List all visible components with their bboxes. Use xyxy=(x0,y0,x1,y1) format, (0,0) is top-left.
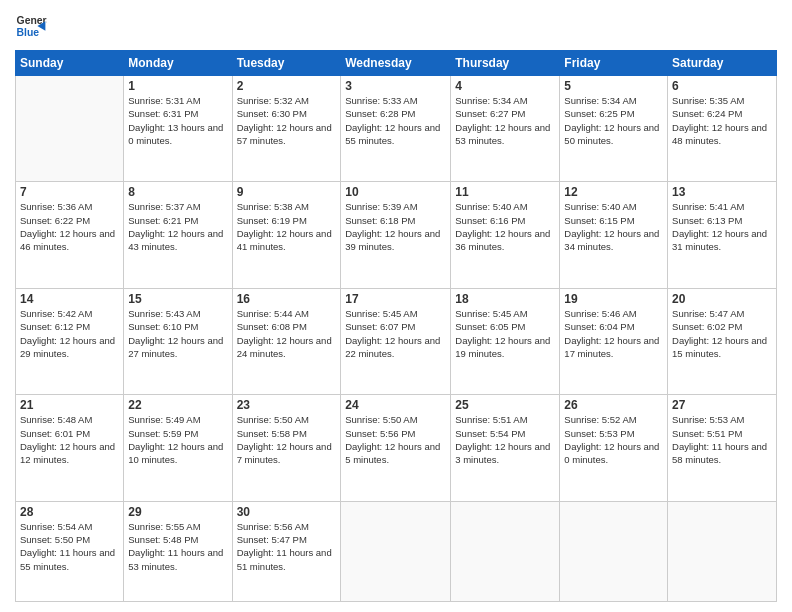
day-info: Sunrise: 5:55 AMSunset: 5:48 PMDaylight:… xyxy=(128,520,227,573)
calendar-table: SundayMondayTuesdayWednesdayThursdayFrid… xyxy=(15,50,777,602)
day-number: 18 xyxy=(455,292,555,306)
day-number: 5 xyxy=(564,79,663,93)
day-number: 13 xyxy=(672,185,772,199)
weekday-header-thursday: Thursday xyxy=(451,51,560,76)
day-number: 26 xyxy=(564,398,663,412)
day-number: 10 xyxy=(345,185,446,199)
logo: General Blue xyxy=(15,10,47,42)
day-number: 11 xyxy=(455,185,555,199)
day-info: Sunrise: 5:48 AMSunset: 6:01 PMDaylight:… xyxy=(20,413,119,466)
day-info: Sunrise: 5:34 AMSunset: 6:27 PMDaylight:… xyxy=(455,94,555,147)
day-number: 14 xyxy=(20,292,119,306)
day-number: 7 xyxy=(20,185,119,199)
week-row-5: 28Sunrise: 5:54 AMSunset: 5:50 PMDayligh… xyxy=(16,501,777,601)
weekday-header-sunday: Sunday xyxy=(16,51,124,76)
day-info: Sunrise: 5:50 AMSunset: 5:58 PMDaylight:… xyxy=(237,413,337,466)
day-info: Sunrise: 5:50 AMSunset: 5:56 PMDaylight:… xyxy=(345,413,446,466)
day-number: 15 xyxy=(128,292,227,306)
weekday-header-tuesday: Tuesday xyxy=(232,51,341,76)
day-info: Sunrise: 5:53 AMSunset: 5:51 PMDaylight:… xyxy=(672,413,772,466)
weekday-header-monday: Monday xyxy=(124,51,232,76)
day-cell xyxy=(341,501,451,601)
week-row-4: 21Sunrise: 5:48 AMSunset: 6:01 PMDayligh… xyxy=(16,395,777,501)
day-cell: 20Sunrise: 5:47 AMSunset: 6:02 PMDayligh… xyxy=(668,288,777,394)
day-number: 1 xyxy=(128,79,227,93)
day-cell: 9Sunrise: 5:38 AMSunset: 6:19 PMDaylight… xyxy=(232,182,341,288)
weekday-header-saturday: Saturday xyxy=(668,51,777,76)
day-info: Sunrise: 5:47 AMSunset: 6:02 PMDaylight:… xyxy=(672,307,772,360)
day-info: Sunrise: 5:40 AMSunset: 6:15 PMDaylight:… xyxy=(564,200,663,253)
day-info: Sunrise: 5:45 AMSunset: 6:05 PMDaylight:… xyxy=(455,307,555,360)
day-number: 23 xyxy=(237,398,337,412)
day-cell: 27Sunrise: 5:53 AMSunset: 5:51 PMDayligh… xyxy=(668,395,777,501)
day-cell: 4Sunrise: 5:34 AMSunset: 6:27 PMDaylight… xyxy=(451,76,560,182)
week-row-3: 14Sunrise: 5:42 AMSunset: 6:12 PMDayligh… xyxy=(16,288,777,394)
day-info: Sunrise: 5:56 AMSunset: 5:47 PMDaylight:… xyxy=(237,520,337,573)
day-number: 9 xyxy=(237,185,337,199)
day-cell: 5Sunrise: 5:34 AMSunset: 6:25 PMDaylight… xyxy=(560,76,668,182)
logo-icon: General Blue xyxy=(15,10,47,42)
header: General Blue xyxy=(15,10,777,42)
day-cell: 30Sunrise: 5:56 AMSunset: 5:47 PMDayligh… xyxy=(232,501,341,601)
day-info: Sunrise: 5:42 AMSunset: 6:12 PMDaylight:… xyxy=(20,307,119,360)
weekday-header-row: SundayMondayTuesdayWednesdayThursdayFrid… xyxy=(16,51,777,76)
day-info: Sunrise: 5:52 AMSunset: 5:53 PMDaylight:… xyxy=(564,413,663,466)
day-number: 22 xyxy=(128,398,227,412)
day-cell: 26Sunrise: 5:52 AMSunset: 5:53 PMDayligh… xyxy=(560,395,668,501)
day-info: Sunrise: 5:31 AMSunset: 6:31 PMDaylight:… xyxy=(128,94,227,147)
week-row-1: 1Sunrise: 5:31 AMSunset: 6:31 PMDaylight… xyxy=(16,76,777,182)
day-info: Sunrise: 5:39 AMSunset: 6:18 PMDaylight:… xyxy=(345,200,446,253)
day-cell: 23Sunrise: 5:50 AMSunset: 5:58 PMDayligh… xyxy=(232,395,341,501)
day-cell xyxy=(668,501,777,601)
day-cell: 21Sunrise: 5:48 AMSunset: 6:01 PMDayligh… xyxy=(16,395,124,501)
week-row-2: 7Sunrise: 5:36 AMSunset: 6:22 PMDaylight… xyxy=(16,182,777,288)
day-info: Sunrise: 5:40 AMSunset: 6:16 PMDaylight:… xyxy=(455,200,555,253)
day-cell: 6Sunrise: 5:35 AMSunset: 6:24 PMDaylight… xyxy=(668,76,777,182)
weekday-header-friday: Friday xyxy=(560,51,668,76)
day-number: 25 xyxy=(455,398,555,412)
day-cell: 22Sunrise: 5:49 AMSunset: 5:59 PMDayligh… xyxy=(124,395,232,501)
day-cell: 29Sunrise: 5:55 AMSunset: 5:48 PMDayligh… xyxy=(124,501,232,601)
day-cell xyxy=(560,501,668,601)
day-info: Sunrise: 5:44 AMSunset: 6:08 PMDaylight:… xyxy=(237,307,337,360)
day-cell: 16Sunrise: 5:44 AMSunset: 6:08 PMDayligh… xyxy=(232,288,341,394)
day-cell: 3Sunrise: 5:33 AMSunset: 6:28 PMDaylight… xyxy=(341,76,451,182)
weekday-header-wednesday: Wednesday xyxy=(341,51,451,76)
day-info: Sunrise: 5:49 AMSunset: 5:59 PMDaylight:… xyxy=(128,413,227,466)
day-cell xyxy=(451,501,560,601)
day-cell xyxy=(16,76,124,182)
day-number: 4 xyxy=(455,79,555,93)
day-info: Sunrise: 5:32 AMSunset: 6:30 PMDaylight:… xyxy=(237,94,337,147)
day-cell: 13Sunrise: 5:41 AMSunset: 6:13 PMDayligh… xyxy=(668,182,777,288)
day-info: Sunrise: 5:54 AMSunset: 5:50 PMDaylight:… xyxy=(20,520,119,573)
day-cell: 25Sunrise: 5:51 AMSunset: 5:54 PMDayligh… xyxy=(451,395,560,501)
day-cell: 15Sunrise: 5:43 AMSunset: 6:10 PMDayligh… xyxy=(124,288,232,394)
day-number: 24 xyxy=(345,398,446,412)
day-info: Sunrise: 5:36 AMSunset: 6:22 PMDaylight:… xyxy=(20,200,119,253)
day-number: 3 xyxy=(345,79,446,93)
svg-text:Blue: Blue xyxy=(17,27,40,38)
day-info: Sunrise: 5:38 AMSunset: 6:19 PMDaylight:… xyxy=(237,200,337,253)
day-info: Sunrise: 5:51 AMSunset: 5:54 PMDaylight:… xyxy=(455,413,555,466)
day-number: 29 xyxy=(128,505,227,519)
day-cell: 28Sunrise: 5:54 AMSunset: 5:50 PMDayligh… xyxy=(16,501,124,601)
day-info: Sunrise: 5:46 AMSunset: 6:04 PMDaylight:… xyxy=(564,307,663,360)
day-info: Sunrise: 5:43 AMSunset: 6:10 PMDaylight:… xyxy=(128,307,227,360)
day-number: 19 xyxy=(564,292,663,306)
day-cell: 17Sunrise: 5:45 AMSunset: 6:07 PMDayligh… xyxy=(341,288,451,394)
day-cell: 7Sunrise: 5:36 AMSunset: 6:22 PMDaylight… xyxy=(16,182,124,288)
day-cell: 10Sunrise: 5:39 AMSunset: 6:18 PMDayligh… xyxy=(341,182,451,288)
day-number: 28 xyxy=(20,505,119,519)
day-info: Sunrise: 5:41 AMSunset: 6:13 PMDaylight:… xyxy=(672,200,772,253)
day-cell: 11Sunrise: 5:40 AMSunset: 6:16 PMDayligh… xyxy=(451,182,560,288)
day-cell: 2Sunrise: 5:32 AMSunset: 6:30 PMDaylight… xyxy=(232,76,341,182)
day-number: 30 xyxy=(237,505,337,519)
day-number: 6 xyxy=(672,79,772,93)
day-cell: 24Sunrise: 5:50 AMSunset: 5:56 PMDayligh… xyxy=(341,395,451,501)
day-number: 17 xyxy=(345,292,446,306)
day-cell: 8Sunrise: 5:37 AMSunset: 6:21 PMDaylight… xyxy=(124,182,232,288)
day-cell: 19Sunrise: 5:46 AMSunset: 6:04 PMDayligh… xyxy=(560,288,668,394)
day-info: Sunrise: 5:33 AMSunset: 6:28 PMDaylight:… xyxy=(345,94,446,147)
day-number: 21 xyxy=(20,398,119,412)
day-cell: 14Sunrise: 5:42 AMSunset: 6:12 PMDayligh… xyxy=(16,288,124,394)
